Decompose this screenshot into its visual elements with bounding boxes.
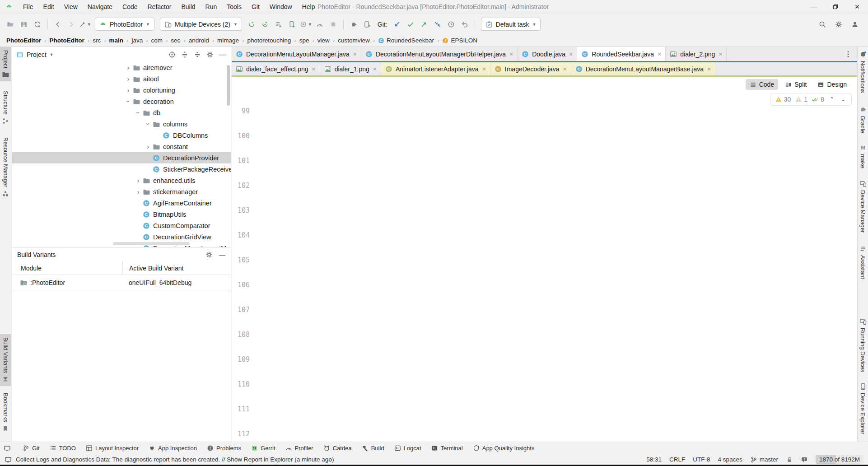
tree-item-agifframecontainer[interactable]: CAgifFrameContainer xyxy=(12,197,231,209)
rollback-icon[interactable] xyxy=(459,19,471,30)
menu-item-refactor[interactable]: Refactor xyxy=(143,0,177,14)
close-icon[interactable]: × xyxy=(569,51,573,58)
gear-icon[interactable] xyxy=(205,251,213,258)
editor-tab-dialer-1-png[interactable]: dialer_1.png× xyxy=(320,62,381,75)
tool-button-catdea[interactable]: Catdea xyxy=(319,443,356,453)
tree-item-colortuning[interactable]: ›colortuning xyxy=(12,84,231,96)
tree-item-stickerpackagereceiver[interactable]: CStickerPackageReceiver xyxy=(12,163,231,175)
tree-item-enhanced-utils[interactable]: ›enhanced.utils xyxy=(12,175,231,186)
event-log-icon[interactable] xyxy=(5,456,12,463)
breadcrumb-epsilon[interactable]: fEPSILON xyxy=(441,37,478,44)
breadcrumb-view[interactable]: view xyxy=(317,37,331,44)
open-project-icon[interactable] xyxy=(5,19,16,30)
menu-item-build[interactable]: Build xyxy=(176,0,200,14)
chevron-right-icon[interactable]: › xyxy=(145,120,152,129)
tool-button-logcat[interactable]: Logcat xyxy=(390,443,426,453)
chevron-right-icon[interactable]: › xyxy=(134,188,143,196)
close-icon[interactable]: × xyxy=(563,65,566,73)
tree-item-customcomparator[interactable]: CCustomComparator xyxy=(12,220,231,231)
tree-item-stickermanager[interactable]: ›stickermanager xyxy=(12,186,231,197)
menu-item-view[interactable]: View xyxy=(59,0,83,14)
close-icon[interactable]: × xyxy=(719,51,722,58)
tree-vertical-scrollbar[interactable] xyxy=(227,65,230,106)
hide-panel-icon[interactable]: — xyxy=(219,51,226,59)
breadcrumb-main[interactable]: main xyxy=(108,37,125,44)
stripe-item-build-variants[interactable]: Build Variants xyxy=(0,334,11,386)
stripe-item-device-manager[interactable]: Device Manager xyxy=(858,177,868,236)
stripe-item-device-explorer[interactable]: Device Explorer xyxy=(858,380,868,438)
chevron-right-icon[interactable]: › xyxy=(124,86,133,94)
stripe-item-structure[interactable]: Structure xyxy=(0,88,11,128)
editor-tab-roundedseekbar-java[interactable]: CRoundedSeekbar.java× xyxy=(577,47,666,61)
menu-item-git[interactable]: Git xyxy=(247,0,265,14)
editor-tab-decorationmenulayoutmanagerbase-java[interactable]: CDecorationMenuLayoutManagerBase.java× xyxy=(571,62,716,75)
view-mode-code[interactable]: Code xyxy=(746,79,778,90)
line-separator[interactable]: CRLF xyxy=(669,456,685,463)
inspections-widget[interactable]: 30 1 8 ⌃ ⌄ xyxy=(770,93,852,106)
restore-button[interactable] xyxy=(825,0,846,14)
tree-item-dbcolumns[interactable]: CDBColumns xyxy=(12,130,231,141)
tree-item-airemover[interactable]: ›airemover xyxy=(12,62,231,73)
tree-horizontal-scrollbar[interactable] xyxy=(113,242,190,245)
next-issue-icon[interactable]: ⌄ xyxy=(840,96,847,103)
breadcrumb-photoretouching[interactable]: photoretouching xyxy=(246,37,292,44)
chevron-right-icon[interactable]: › xyxy=(134,177,143,184)
editor-tab-dialer-2-png[interactable]: dialer_2.png× xyxy=(666,47,727,61)
tree-item-constant[interactable]: ›constant xyxy=(12,141,231,152)
stripe-item-assistant[interactable]: Assistant xyxy=(858,242,868,282)
navigate-dropdown-icon[interactable]: ▼ xyxy=(79,19,91,30)
tree-item-columns[interactable]: ›columns xyxy=(12,118,231,130)
settings-icon[interactable] xyxy=(833,19,845,30)
breadcrumb-android[interactable]: android xyxy=(188,37,210,44)
tool-button-app-inspection[interactable]: App Inspection xyxy=(144,443,201,453)
user-profile-icon[interactable] xyxy=(849,19,861,30)
run-config-selector[interactable]: PhotoEditor ▼ xyxy=(95,18,154,31)
gradle-sync-icon[interactable] xyxy=(348,19,359,30)
close-icon[interactable]: × xyxy=(658,51,661,58)
forward-icon[interactable] xyxy=(65,19,77,30)
build-variant-row[interactable]: :PhotoEditor oneUIFull_64bitDebug xyxy=(12,275,231,290)
push-icon[interactable] xyxy=(418,19,430,30)
breadcrumb-java[interactable]: java xyxy=(131,37,144,44)
close-icon[interactable]: × xyxy=(353,51,357,58)
tool-button-profiler[interactable]: Profiler xyxy=(281,443,318,453)
minimize-button[interactable]: — xyxy=(803,0,825,14)
lock-icon[interactable] xyxy=(786,456,793,463)
close-icon[interactable]: × xyxy=(509,51,513,58)
breadcrumb-com[interactable]: com xyxy=(150,37,164,44)
commit-icon[interactable] xyxy=(405,19,416,30)
view-mode-split[interactable]: Split xyxy=(781,79,811,90)
tool-button-problems[interactable]: Problems xyxy=(202,443,246,453)
breadcrumb-photoeditor[interactable]: PhotoEditor xyxy=(5,37,42,44)
chevron-right-icon[interactable]: › xyxy=(124,75,133,83)
stripe-item-bookmarks[interactable]: Bookmarks xyxy=(0,390,11,435)
breadcrumb-roundedseekbar[interactable]: CRoundedSeekbar xyxy=(377,37,435,44)
search-everywhere-icon[interactable] xyxy=(817,19,828,30)
close-icon[interactable]: × xyxy=(373,65,377,73)
profile-device-icon[interactable] xyxy=(286,19,298,30)
cursor-position[interactable]: 58:31 xyxy=(646,456,662,463)
chevron-right-icon[interactable]: › xyxy=(125,97,132,106)
breadcrumb-spe[interactable]: spe xyxy=(299,37,310,44)
chevron-right-icon[interactable]: › xyxy=(144,143,153,150)
stripe-item-make[interactable]: Mmake xyxy=(858,141,868,172)
gear-icon[interactable] xyxy=(206,51,214,58)
previous-issue-icon[interactable]: ⌃ xyxy=(828,96,835,103)
editor-tab-dialer-face-effect-png[interactable]: dialer_face_effect.png× xyxy=(232,62,320,75)
tool-button-todo[interactable]: TODO xyxy=(45,443,80,453)
stripe-item-notifications[interactable]: Notifications xyxy=(858,48,868,96)
tree-item-decorationprovider[interactable]: CDecorationProvider xyxy=(12,152,231,163)
menu-item-help[interactable]: Help xyxy=(297,0,320,14)
fetch-icon[interactable] xyxy=(432,19,443,30)
close-icon[interactable]: × xyxy=(707,65,711,73)
editor-tab-decorationmenulayoutmanager-java[interactable]: CDecorationMenuLayoutManager.java× xyxy=(232,47,361,61)
indent-setting[interactable]: 4 spaces xyxy=(718,456,742,463)
stripe-item-gradle[interactable]: Gradle xyxy=(858,103,868,136)
breadcrumb-customview[interactable]: customview xyxy=(337,37,371,44)
tool-button-git[interactable]: Git xyxy=(18,443,44,453)
breadcrumb-src[interactable]: src xyxy=(92,37,102,44)
rerun-icon[interactable] xyxy=(246,19,257,30)
collapse-all-icon[interactable] xyxy=(194,51,201,58)
close-button[interactable]: × xyxy=(846,0,868,14)
back-icon[interactable] xyxy=(52,19,64,30)
